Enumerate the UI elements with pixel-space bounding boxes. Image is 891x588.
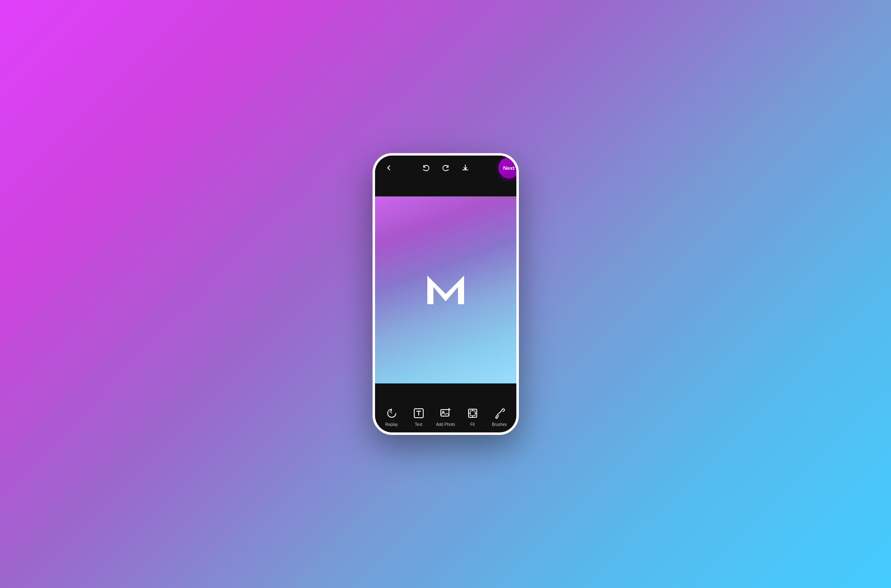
fit-icon — [465, 406, 480, 421]
brushes-icon — [492, 406, 507, 421]
svg-rect-5 — [470, 411, 475, 416]
replay-icon — [384, 406, 399, 421]
phone-frame: Next Replay — [373, 153, 519, 435]
toolbar-item-replay[interactable]: Replay — [378, 406, 405, 427]
canvas-bottom-bar — [375, 383, 516, 400]
toolbar-item-add-photo[interactable]: Add Photo — [432, 406, 459, 427]
toolbar-item-fit[interactable]: Fit — [459, 406, 486, 427]
canvas-main[interactable] — [375, 196, 516, 383]
next-button-label: Next — [503, 165, 514, 171]
next-button[interactable]: Next — [498, 157, 519, 178]
add-photo-icon — [438, 406, 453, 421]
download-button[interactable] — [459, 161, 472, 174]
toolbar-item-text[interactable]: Text — [405, 406, 432, 427]
text-label: Text — [415, 422, 422, 427]
undo-button[interactable] — [420, 161, 433, 174]
brushes-label: Brushes — [492, 422, 507, 427]
svg-rect-2 — [441, 410, 449, 416]
bottom-toolbar: Replay Text Add Photo — [375, 400, 516, 432]
m-logo — [425, 272, 466, 308]
top-bar: Next — [375, 156, 516, 180]
toolbar-item-brushes[interactable]: Brushes — [486, 406, 513, 427]
redo-button[interactable] — [439, 161, 452, 174]
text-icon — [411, 406, 426, 421]
canvas-top-bar — [375, 180, 516, 196]
back-button[interactable] — [382, 160, 396, 175]
canvas-area — [375, 180, 516, 400]
add-photo-label: Add Photo — [436, 422, 455, 427]
fit-label: Fit — [470, 422, 475, 427]
replay-label: Replay — [385, 422, 398, 427]
